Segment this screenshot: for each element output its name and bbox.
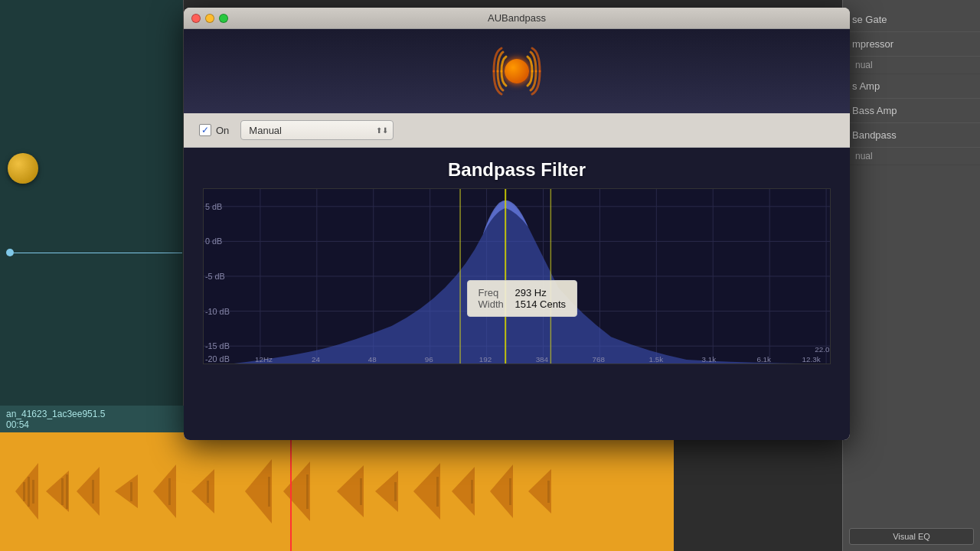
- eq-svg: 5 dB 0 dB -5 dB -10 dB -15 dB -20 dB: [204, 189, 830, 364]
- track-area: [0, 0, 184, 429]
- svg-text:192: 192: [479, 355, 492, 364]
- svg-rect-30: [509, 478, 511, 505]
- svg-text:768: 768: [593, 355, 606, 364]
- svg-text:384: 384: [536, 355, 549, 364]
- svg-rect-25: [306, 474, 309, 509]
- plugin-logo: [486, 41, 547, 102]
- svg-text:12.3k: 12.3k: [802, 355, 821, 364]
- sidebar-item-label: Bass Amp: [852, 105, 897, 116]
- svg-rect-23: [207, 481, 209, 503]
- title-bar: AUBandpass: [184, 8, 850, 29]
- svg-text:6.1k: 6.1k: [756, 355, 771, 364]
- svg-rect-15: [23, 482, 25, 501]
- svg-rect-28: [436, 477, 439, 507]
- sidebar-item-amp[interactable]: s Amp: [843, 74, 980, 99]
- visual-eq-button[interactable]: Visual EQ: [849, 528, 974, 545]
- sidebar-item-label: se Gate: [852, 14, 887, 25]
- svg-rect-29: [471, 480, 473, 504]
- svg-rect-31: [547, 481, 550, 503]
- sidebar-item-label: mpressor: [852, 38, 893, 50]
- eq-graph[interactable]: 5 dB 0 dB -5 dB -10 dB -15 dB -20 dB: [203, 188, 831, 364]
- minimize-button[interactable]: [205, 14, 214, 23]
- automation-dot: [6, 249, 14, 256]
- track-label: an_41623_1ac3ee951.5 00:54: [0, 406, 184, 432]
- svg-rect-19: [66, 474, 68, 509]
- svg-rect-17: [32, 480, 34, 504]
- svg-text:1.5k: 1.5k: [648, 355, 663, 364]
- svg-rect-0: [0, 432, 674, 551]
- sidebar-item-label: Bandpass: [852, 129, 897, 141]
- dropdown-arrow-icon: ⬆⬇: [376, 126, 388, 135]
- maximize-button[interactable]: [219, 14, 228, 23]
- svg-text:5 dB: 5 dB: [205, 202, 222, 211]
- waveform-area: [0, 432, 674, 551]
- automation-line: [14, 253, 182, 253]
- svg-rect-24: [268, 477, 270, 507]
- svg-text:22.0k: 22.0k: [815, 345, 830, 354]
- svg-rect-16: [28, 477, 30, 507]
- svg-rect-26: [360, 478, 362, 505]
- on-checkbox[interactable]: ✓: [199, 124, 211, 136]
- track-time: 00:54: [6, 419, 178, 430]
- right-sidebar: se Gate mpressor nual s Amp Bass Amp Ban…: [842, 0, 980, 551]
- eq-area: Bandpass Filter: [184, 148, 850, 440]
- sidebar-item-noise-gate[interactable]: se Gate: [843, 8, 980, 32]
- sidebar-item-bandpass[interactable]: Bandpass: [843, 123, 980, 148]
- window-controls: [191, 14, 228, 23]
- svg-text:-15 dB: -15 dB: [205, 341, 230, 350]
- svg-text:96: 96: [425, 355, 433, 364]
- speaker-ball: [505, 59, 529, 83]
- svg-text:0 dB: 0 dB: [205, 236, 222, 246]
- svg-rect-27: [394, 482, 397, 501]
- svg-text:24: 24: [312, 355, 320, 364]
- window-title: AUBandpass: [488, 12, 546, 24]
- plugin-window: AUBandpass: [184, 8, 850, 440]
- svg-text:12Hz: 12Hz: [255, 355, 273, 364]
- preset-value: Manual: [249, 125, 282, 136]
- logo-area: [184, 29, 850, 113]
- svg-text:-10 dB: -10 dB: [205, 307, 230, 316]
- preset-dropdown[interactable]: Manual ⬆⬇: [240, 120, 394, 140]
- svg-text:3.1k: 3.1k: [701, 355, 716, 364]
- controls-bar: ✓ On Manual ⬆⬇: [184, 113, 850, 148]
- sidebar-item-bass-amp[interactable]: Bass Amp: [843, 99, 980, 123]
- svg-text:-20 dB: -20 dB: [205, 354, 230, 364]
- waveform-svg: [0, 432, 674, 551]
- svg-rect-18: [61, 478, 64, 505]
- sidebar-item-label: s Amp: [852, 80, 880, 92]
- svg-rect-22: [168, 478, 171, 505]
- svg-rect-20: [92, 480, 94, 504]
- svg-rect-21: [130, 482, 132, 501]
- svg-text:-5 dB: -5 dB: [205, 272, 225, 281]
- sidebar-item-compressor[interactable]: mpressor: [843, 32, 980, 57]
- close-button[interactable]: [191, 14, 201, 23]
- sidebar-sub-bandpass: nual: [843, 148, 980, 165]
- sidebar-bottom: Visual EQ: [843, 522, 980, 551]
- on-toggle[interactable]: ✓ On: [199, 124, 229, 136]
- sidebar-sub-compressor: nual: [843, 57, 980, 74]
- on-label: On: [216, 125, 229, 136]
- eq-title: Bandpass Filter: [184, 148, 850, 188]
- svg-text:48: 48: [368, 355, 377, 364]
- track-knob[interactable]: [8, 153, 38, 184]
- track-name: an_41623_1ac3ee951.5: [6, 409, 178, 419]
